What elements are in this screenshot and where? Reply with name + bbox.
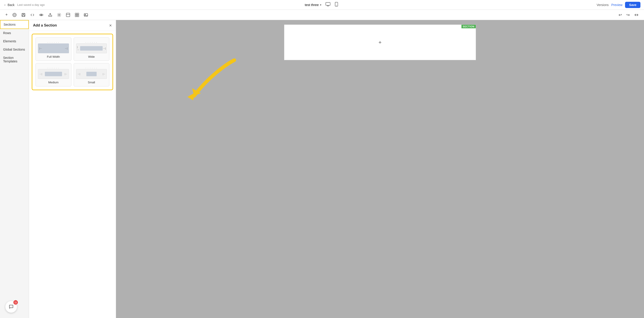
components-button[interactable] [73,11,81,18]
preview-mode-button[interactable] [37,11,45,18]
svg-point-2 [336,5,336,6]
svg-rect-15 [77,15,79,17]
layout-button[interactable] [64,11,72,18]
svg-rect-9 [49,15,52,16]
top-bar-left: ← Back Last saved a day ago [4,3,45,7]
section-option-small[interactable]: · · · · · · →| |← Small [74,63,110,86]
page-selector[interactable]: test three ▾ [305,3,322,7]
chat-widget[interactable]: 11 [5,301,17,313]
media-button[interactable] [82,11,90,18]
last-saved-text: Last saved a day ago [17,3,45,6]
publish-button[interactable] [46,11,54,18]
svg-rect-11 [66,13,70,17]
svg-point-8 [40,14,42,15]
main-layout: Sections Rows Elements Global Sections S… [0,20,644,318]
toolbar: + ↩ ↪ [0,10,644,20]
sidebar: Sections Rows Elements Global Sections S… [0,20,29,318]
wide-label: Wide [88,55,95,58]
svg-rect-7 [22,15,24,16]
svg-rect-0 [326,2,330,5]
arrow-annotation [181,56,248,111]
svg-rect-12 [75,13,77,15]
save-draft-button[interactable] [20,11,28,18]
small-dots: · · · · · · [86,67,97,69]
settings-button[interactable] [55,11,63,18]
svg-rect-16 [84,13,88,16]
small-label: Small [88,81,95,84]
desktop-device-button[interactable] [324,1,332,8]
svg-rect-6 [23,13,24,14]
section-option-medium[interactable]: · · · · · · →| |← Medium [36,63,72,86]
sidebar-item-global-sections[interactable]: Global Sections [0,45,29,54]
svg-rect-13 [77,13,79,15]
panel-close-button[interactable]: × [109,23,112,28]
top-bar-center: test three ▾ [305,1,340,8]
sidebar-item-rows[interactable]: Rows [0,29,29,37]
wide-dots: · · · · · · [86,41,97,44]
top-bar-right: Versions Preview Save [597,2,640,8]
page-name: test three [305,3,319,7]
section-options-grid: · · · · · · |← →| Full Width · · · · · ·… [32,34,113,90]
panel-header: Add a Section × [29,20,116,31]
svg-point-3 [14,14,16,16]
top-bar: ← Back Last saved a day ago test three ▾… [0,0,644,10]
full-width-label: Full Width [47,55,60,58]
sidebar-item-section-templates[interactable]: Section Templates [0,54,29,65]
add-section-panel: Add a Section × · · · · · · |← →| Full W… [29,20,116,318]
save-button[interactable]: Save [625,2,640,8]
canvas-area: + SECTION [116,20,644,318]
layers-button[interactable] [10,11,18,18]
section-option-wide[interactable]: · · · · · · |← →| Wide [74,37,110,61]
undo-button[interactable]: ↩ [617,11,624,19]
medium-label: Medium [48,81,58,84]
section-option-full-width[interactable]: · · · · · · |← →| Full Width [36,37,72,61]
svg-rect-14 [75,15,77,17]
sidebar-item-elements[interactable]: Elements [0,37,29,45]
sidebar-item-sections[interactable]: Sections [0,20,29,29]
section-label: SECTION [462,25,476,28]
add-element-button[interactable]: + [4,11,10,18]
canvas-add-button[interactable]: + [378,39,382,45]
canvas-page: + SECTION [284,24,476,60]
redo-button[interactable]: ↪ [624,11,632,19]
panel-title: Add a Section [33,23,57,27]
versions-button[interactable]: Versions [597,3,609,7]
svg-point-4 [13,13,16,17]
preview-button[interactable]: Preview [612,3,622,7]
device-icons [324,1,339,8]
svg-point-10 [58,14,60,15]
medium-dots: · · · · · · [48,67,59,69]
svg-rect-18 [9,305,13,308]
code-button[interactable] [28,11,36,18]
mobile-device-button[interactable] [334,1,339,8]
diff-button[interactable] [632,12,640,18]
chat-badge: 11 [14,300,18,305]
back-button[interactable]: ← Back [4,3,14,7]
chevron-down-icon: ▾ [320,3,321,6]
